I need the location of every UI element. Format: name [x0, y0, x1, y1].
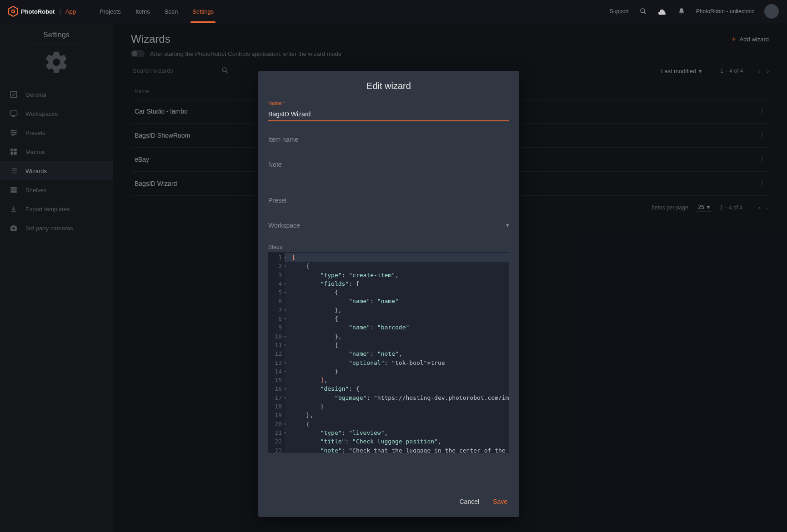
svg-marker-0	[9, 6, 18, 16]
svg-point-2	[641, 9, 645, 13]
cancel-button[interactable]: Cancel	[459, 498, 479, 505]
topbar: PhotoRobot | App Projects Items Scan Set…	[0, 0, 787, 23]
preset-select[interactable]	[268, 194, 509, 207]
field-preset	[268, 194, 509, 207]
field-note	[268, 158, 509, 171]
edit-wizard-modal: Edit wizard Name * ▾ Steps 1▾2▾34▾5▾67▾8…	[258, 71, 519, 517]
chevron-down-icon: ▾	[506, 222, 509, 229]
modal-title: Edit wizard	[258, 71, 519, 100]
avatar[interactable]	[764, 4, 779, 19]
topbar-right: Support PhotoRobot - unitechnic	[610, 4, 779, 19]
save-button[interactable]: Save	[493, 498, 507, 505]
nav-tabs: Projects Items Scan Settings	[92, 0, 221, 23]
support-link[interactable]: Support	[610, 8, 629, 15]
nav-tab-items[interactable]: Items	[128, 0, 157, 23]
svg-line-3	[644, 12, 646, 14]
steps-code-editor[interactable]: 1▾2▾34▾5▾67▾8▾910▾11▾1213▾14▾1516▾17▾181…	[268, 252, 509, 453]
steps-label: Steps	[268, 244, 509, 250]
workspace-select[interactable]	[268, 219, 509, 232]
nav-tab-settings[interactable]: Settings	[185, 0, 221, 23]
name-label: Name *	[268, 100, 509, 106]
brand-logo[interactable]: PhotoRobot | App	[8, 6, 76, 17]
search-icon[interactable]	[639, 7, 648, 16]
brand-divider: |	[59, 8, 60, 15]
logo-hex-icon	[8, 6, 18, 17]
name-input[interactable]	[268, 108, 509, 121]
svg-point-1	[12, 10, 15, 13]
brand-name: PhotoRobot	[21, 8, 55, 15]
nav-tab-scan[interactable]: Scan	[157, 0, 185, 23]
brand-app: App	[65, 8, 76, 15]
username[interactable]: PhotoRobot - unitechnic	[696, 8, 754, 15]
nav-tab-projects[interactable]: Projects	[92, 0, 128, 23]
bell-icon[interactable]	[677, 7, 686, 16]
field-workspace: ▾	[268, 219, 509, 232]
item-name-input[interactable]	[268, 133, 509, 146]
field-item-name	[268, 133, 509, 146]
field-name: Name *	[268, 100, 509, 121]
note-input[interactable]	[268, 158, 509, 171]
cloud-icon[interactable]	[658, 7, 667, 16]
